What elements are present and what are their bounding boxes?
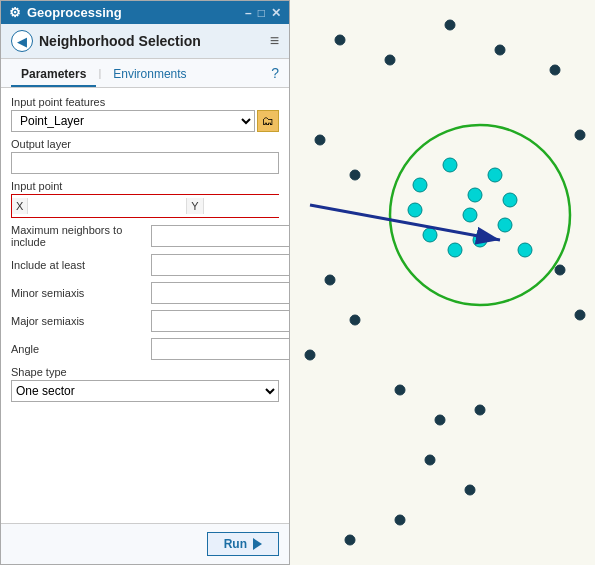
minor-semiaxis-row: Minor semiaxis 50000 [11, 282, 279, 304]
run-button[interactable]: Run [207, 532, 279, 556]
y-input[interactable]: -181959 [204, 195, 289, 217]
run-arrow-icon [253, 538, 262, 550]
angle-label: Angle [11, 343, 151, 355]
svg-point-20 [345, 535, 355, 545]
svg-point-6 [315, 135, 325, 145]
include-at-least-row: Include at least 5 [11, 254, 279, 276]
shape-type-row: One sector Four sectors Eight sectors El… [11, 380, 279, 402]
input-features-select[interactable]: Point_Layer [11, 110, 255, 132]
input-features-label: Input point features [11, 96, 279, 108]
close-button[interactable]: ✕ [271, 6, 281, 20]
include-at-least-group: Include at least 5 [11, 254, 279, 276]
output-layer-label: Output layer [11, 138, 279, 150]
major-semiaxis-label: Major semiaxis [11, 315, 151, 327]
geoprocessing-icon: ⚙ [9, 5, 21, 20]
panel-header: ◀ Neighborhood Selection ≡ [1, 24, 289, 59]
svg-point-1 [335, 35, 345, 45]
angle-group: Angle 0 [11, 338, 279, 360]
svg-point-3 [445, 20, 455, 30]
shape-type-select[interactable]: One sector Four sectors Eight sectors El… [11, 380, 279, 402]
titlebar-title: ⚙ Geoprocessing [9, 5, 122, 20]
maximize-button[interactable]: □ [258, 6, 265, 20]
input-point-row: X -1932698 Y -181959 [11, 194, 279, 218]
panel-title: Neighborhood Selection [39, 33, 201, 49]
svg-point-25 [488, 168, 502, 182]
svg-point-18 [465, 485, 475, 495]
svg-point-10 [350, 315, 360, 325]
svg-point-7 [350, 170, 360, 180]
tab-parameters[interactable]: Parameters [11, 63, 96, 87]
minor-semiaxis-group: Minor semiaxis 50000 [11, 282, 279, 304]
panel-body: Input point features Point_Layer 🗂 Outpu… [1, 88, 289, 523]
svg-point-31 [518, 243, 532, 257]
geoprocessing-panel: ⚙ Geoprocessing – □ ✕ ◀ Neighborhood Sel… [0, 0, 290, 565]
svg-point-17 [425, 455, 435, 465]
svg-point-13 [575, 310, 585, 320]
input-features-row: Point_Layer 🗂 [11, 110, 279, 132]
svg-point-15 [435, 415, 445, 425]
angle-input[interactable]: 0 [151, 338, 289, 360]
header-left: ◀ Neighborhood Selection [11, 30, 201, 52]
svg-point-22 [413, 178, 427, 192]
x-label: X [12, 198, 28, 214]
svg-point-32 [408, 203, 422, 217]
tab-environments[interactable]: Environments [103, 63, 196, 87]
angle-row: Angle 0 [11, 338, 279, 360]
svg-point-26 [503, 193, 517, 207]
minor-semiaxis-label: Minor semiaxis [11, 287, 151, 299]
input-point-group: Input point X -1932698 Y -181959 [11, 180, 279, 218]
svg-point-2 [385, 55, 395, 65]
svg-point-11 [305, 350, 315, 360]
back-button[interactable]: ◀ [11, 30, 33, 52]
svg-point-19 [395, 515, 405, 525]
shape-type-label: Shape type [11, 366, 279, 378]
input-features-folder-button[interactable]: 🗂 [257, 110, 279, 132]
include-at-least-label: Include at least [11, 259, 151, 271]
svg-point-4 [495, 45, 505, 55]
menu-icon[interactable]: ≡ [270, 32, 279, 50]
max-neighbors-row: Maximum neighbors to include 10 [11, 224, 279, 248]
output-layer-group: Output layer Neighborhood [11, 138, 279, 174]
major-semiaxis-group: Major semiaxis 50000 [11, 310, 279, 332]
input-point-label: Input point [11, 180, 279, 192]
include-at-least-input[interactable]: 5 [151, 254, 289, 276]
input-features-group: Input point features Point_Layer 🗂 [11, 96, 279, 132]
titlebar-controls: – □ ✕ [245, 6, 281, 20]
max-neighbors-group: Maximum neighbors to include 10 [11, 224, 279, 248]
minor-semiaxis-input[interactable]: 50000 [151, 282, 289, 304]
svg-point-27 [498, 218, 512, 232]
svg-point-12 [555, 265, 565, 275]
svg-point-5 [550, 65, 560, 75]
max-neighbors-input[interactable]: 10 [151, 225, 289, 247]
panel-tabs: Parameters | Environments ? [1, 59, 289, 88]
minimize-button[interactable]: – [245, 6, 252, 20]
shape-type-group: Shape type One sector Four sectors Eight… [11, 366, 279, 402]
svg-point-29 [448, 243, 462, 257]
svg-point-9 [325, 275, 335, 285]
run-label: Run [224, 537, 247, 551]
output-layer-input[interactable]: Neighborhood [11, 152, 279, 174]
svg-point-33 [463, 208, 477, 222]
tabs-left: Parameters | Environments [11, 63, 197, 87]
titlebar-text: Geoprocessing [27, 5, 122, 20]
major-semiaxis-input[interactable]: 50000 [151, 310, 289, 332]
tab-divider: | [96, 63, 103, 87]
svg-point-14 [395, 385, 405, 395]
svg-point-23 [443, 158, 457, 172]
svg-point-30 [423, 228, 437, 242]
map-area [290, 0, 595, 565]
svg-point-24 [468, 188, 482, 202]
svg-point-8 [575, 130, 585, 140]
titlebar: ⚙ Geoprocessing – □ ✕ [1, 1, 289, 24]
panel-footer: Run [1, 523, 289, 564]
x-input[interactable]: -1932698 [28, 195, 186, 217]
svg-point-16 [475, 405, 485, 415]
major-semiaxis-row: Major semiaxis 50000 [11, 310, 279, 332]
max-neighbors-label: Maximum neighbors to include [11, 224, 151, 248]
map-svg [290, 0, 595, 565]
help-icon[interactable]: ? [271, 65, 279, 85]
y-label: Y [186, 198, 203, 214]
